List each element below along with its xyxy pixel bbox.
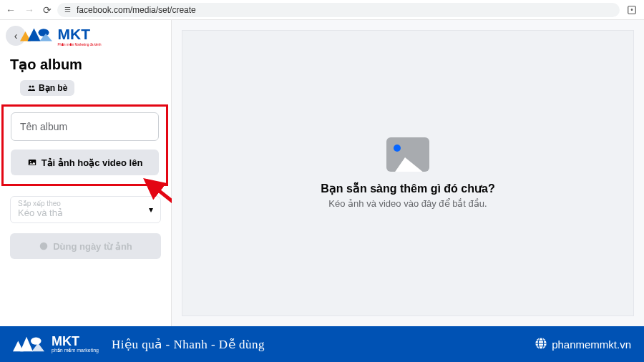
- mkt-logo: MKT Phần mềm Marketing đa kênh: [20, 23, 127, 49]
- svg-point-7: [29, 161, 31, 162]
- install-app-icon[interactable]: [625, 4, 638, 16]
- empty-subtitle: Kéo ảnh và video vào đây để bắt đầu.: [328, 198, 487, 209]
- svg-point-10: [31, 337, 42, 344]
- highlight-region: Tải ảnh hoặc video lên: [1, 104, 168, 186]
- svg-text:MKT: MKT: [58, 26, 91, 42]
- sort-selector[interactable]: Sắp xếp theo Kéo và thả ▾: [10, 196, 161, 223]
- footer-tagline: Hiệu quả - Nhanh - Dễ dùng: [112, 337, 265, 352]
- upload-button[interactable]: Tải ảnh hoặc video lên: [11, 150, 159, 175]
- sort-value: Kéo và thả: [18, 207, 153, 218]
- reload-icon[interactable]: ⟳: [43, 5, 52, 15]
- browser-bar: ← → ⟳ ☰ facebook.com/media/set/create: [0, 0, 644, 20]
- empty-title: Bạn sẵn sàng thêm gì đó chưa?: [321, 182, 494, 195]
- address-bar[interactable]: ☰ facebook.com/media/set/create: [57, 3, 620, 17]
- footer-url[interactable]: phanmemmkt.vn: [535, 337, 631, 352]
- footer-url-text: phanmemmkt.vn: [552, 338, 631, 351]
- album-name-input[interactable]: [11, 112, 159, 141]
- create-album-sidebar: ‹ MKT Phần mềm Marketing đa kênh Tạo alb…: [0, 20, 172, 326]
- forward-icon[interactable]: →: [24, 5, 34, 15]
- footer-logo: MKT phần mềm marketing: [13, 332, 99, 356]
- sort-label: Sắp xếp theo: [18, 200, 153, 207]
- footer-banner: MKT phần mềm marketing Hiệu quả - Nhanh …: [0, 326, 644, 362]
- date-label: Dùng ngày từ ảnh: [53, 241, 132, 252]
- privacy-label: Bạn bè: [39, 83, 67, 93]
- preview-area: Bạn sẵn sàng thêm gì đó chưa? Kéo ảnh và…: [172, 20, 644, 326]
- upload-label: Tải ảnh hoặc video lên: [42, 157, 143, 168]
- image-placeholder-icon: [386, 137, 429, 172]
- page-title: Tạo album: [0, 52, 171, 80]
- footer-brand: MKT: [52, 335, 99, 348]
- footer-brand-sub: phần mềm marketing: [52, 348, 99, 353]
- calendar-icon: [39, 241, 49, 251]
- svg-point-8: [40, 243, 48, 250]
- url-text: facebook.com/media/set/create: [77, 5, 196, 15]
- site-info-icon[interactable]: ☰: [64, 6, 71, 14]
- back-icon[interactable]: ←: [6, 5, 16, 15]
- globe-icon: [535, 337, 547, 352]
- upload-icon: [27, 157, 37, 167]
- drop-zone[interactable]: Bạn sẵn sàng thêm gì đó chưa? Kéo ảnh và…: [182, 30, 634, 316]
- svg-point-5: [32, 86, 34, 88]
- friends-icon: [27, 84, 36, 92]
- svg-point-1: [39, 29, 49, 36]
- use-photo-date-button: Dùng ngày từ ảnh: [10, 233, 161, 259]
- chevron-down-icon: ▾: [149, 205, 153, 215]
- privacy-selector[interactable]: Bạn bè: [20, 80, 74, 96]
- svg-text:Phần mềm Marketing đa kênh: Phần mềm Marketing đa kênh: [58, 43, 102, 47]
- svg-point-4: [29, 86, 31, 88]
